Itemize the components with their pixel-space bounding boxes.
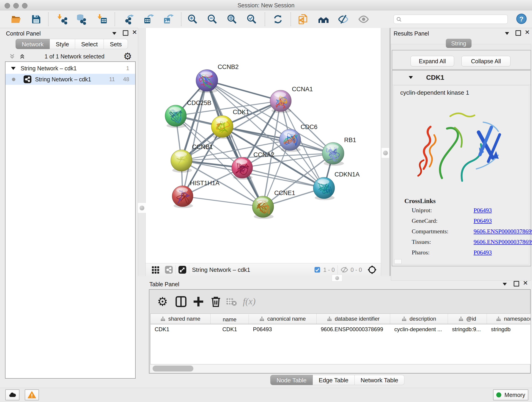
delete-column-trash-icon[interactable] bbox=[209, 295, 222, 308]
export-image-icon[interactable] bbox=[163, 14, 174, 25]
crosslink-value-link[interactable]: P06493 bbox=[474, 249, 492, 256]
network-node[interactable] bbox=[279, 129, 301, 152]
memory-button[interactable]: Memory bbox=[493, 389, 528, 400]
network-node[interactable] bbox=[165, 105, 186, 128]
scrollbar-thumb[interactable] bbox=[152, 366, 193, 371]
import-network-from-file-icon[interactable] bbox=[57, 14, 68, 25]
column-header[interactable]: database identifier bbox=[317, 314, 390, 324]
collapse-all-button[interactable]: Collapse All bbox=[462, 56, 510, 66]
table-panel-menu-icon[interactable] bbox=[503, 283, 507, 286]
column-header[interactable]: canonical name bbox=[249, 314, 317, 324]
network-node[interactable] bbox=[252, 196, 274, 219]
network-node[interactable] bbox=[171, 150, 192, 172]
table-panel-close-icon[interactable]: ✕ bbox=[523, 281, 528, 285]
expand-all-networks-icon[interactable] bbox=[19, 53, 26, 60]
control-panel-menu-icon[interactable] bbox=[112, 32, 116, 35]
tab-edge-table[interactable]: Edge Table bbox=[313, 375, 355, 385]
network-view-type-icon[interactable] bbox=[165, 266, 173, 274]
network-node[interactable] bbox=[232, 157, 253, 180]
warnings-button[interactable] bbox=[25, 389, 39, 400]
network-options-gear-icon[interactable]: ⚙ bbox=[123, 52, 132, 61]
network-edge[interactable] bbox=[183, 196, 263, 207]
zoom-fit-icon[interactable] bbox=[226, 14, 237, 25]
cloud-status-button[interactable] bbox=[5, 389, 19, 400]
node-table-row[interactable]: CDK1CDK1P064939606.ENSP00000378699cyclin… bbox=[151, 324, 531, 334]
table-panel-float-icon[interactable] bbox=[514, 281, 519, 287]
control-panel-float-icon[interactable] bbox=[123, 30, 128, 36]
cdk1-disclosure-icon[interactable] bbox=[409, 76, 413, 79]
network-node[interactable] bbox=[270, 90, 291, 113]
import-network-from-database-icon[interactable] bbox=[76, 14, 87, 25]
help-icon[interactable]: ? bbox=[516, 13, 527, 24]
delete-table-icon[interactable] bbox=[225, 295, 237, 308]
network-node[interactable] bbox=[172, 186, 193, 208]
hidden-eye-icon[interactable] bbox=[341, 266, 348, 274]
control-panel-close-icon[interactable]: ✕ bbox=[132, 30, 137, 34]
column-header[interactable]: name bbox=[210, 314, 249, 325]
table-cell[interactable]: CDK1 bbox=[210, 324, 249, 334]
zoom-in-icon[interactable] bbox=[187, 14, 198, 25]
column-header[interactable]: @id bbox=[448, 314, 487, 324]
save-session-icon[interactable] bbox=[31, 14, 42, 25]
first-neighbors-icon[interactable] bbox=[318, 14, 329, 25]
clone-network-icon[interactable] bbox=[298, 14, 309, 25]
results-panel-menu-icon[interactable] bbox=[505, 32, 509, 35]
column-header[interactable]: namespace bbox=[487, 314, 531, 324]
tab-style[interactable]: Style bbox=[50, 39, 75, 49]
search-input[interactable] bbox=[404, 15, 506, 23]
tab-network-table[interactable]: Network Table bbox=[355, 375, 404, 385]
birdseye-view-icon[interactable] bbox=[178, 266, 186, 274]
crosslink-value-link[interactable]: P06493 bbox=[474, 207, 492, 214]
table-cell[interactable]: CDK1 bbox=[151, 324, 210, 334]
network-edge[interactable] bbox=[207, 80, 263, 207]
right-splitter[interactable] bbox=[381, 28, 390, 276]
table-cell[interactable]: 9606.ENSP00000378699 bbox=[317, 324, 390, 334]
collection-disclosure-icon[interactable] bbox=[11, 67, 16, 70]
crosslink-value-link[interactable]: 9606.ENSP00000378699 bbox=[474, 228, 532, 235]
network-node[interactable] bbox=[322, 142, 344, 166]
show-all-icon[interactable] bbox=[358, 14, 369, 25]
network-node[interactable] bbox=[196, 70, 218, 93]
export-table-icon[interactable] bbox=[143, 14, 154, 25]
table-settings-gear-icon[interactable]: ⚙ bbox=[157, 295, 170, 308]
expand-all-button[interactable]: Expand All bbox=[411, 56, 454, 66]
import-table-from-file-icon[interactable] bbox=[97, 14, 108, 25]
tab-node-table[interactable]: Node Table bbox=[270, 375, 313, 385]
column-header[interactable]: description bbox=[390, 314, 448, 324]
results-tab-string[interactable]: String bbox=[446, 39, 472, 48]
selected-checkbox-icon[interactable] bbox=[314, 267, 321, 273]
network-collection-row[interactable]: String Network – cdk1 1 bbox=[6, 63, 135, 74]
export-network-icon[interactable] bbox=[124, 14, 135, 25]
grid-view-icon[interactable] bbox=[151, 265, 160, 274]
results-panel-close-icon[interactable]: ✕ bbox=[525, 30, 530, 34]
zoom-out-icon[interactable] bbox=[207, 14, 218, 25]
split-view-icon[interactable] bbox=[175, 295, 187, 308]
hide-selected-icon[interactable] bbox=[338, 14, 349, 25]
fit-selected-crosshair-icon[interactable] bbox=[367, 265, 377, 275]
network-edge[interactable] bbox=[183, 80, 207, 196]
string-network-graph[interactable]: CCNB2CCNA1CDC25BCDK1CDC6RB1CCNB1CCNA2CDK… bbox=[146, 28, 381, 263]
crosslink-value-link[interactable]: P06493 bbox=[474, 217, 492, 224]
table-cell[interactable]: stringdb bbox=[487, 324, 531, 334]
cdk1-header-row[interactable]: CDK1 bbox=[392, 70, 531, 85]
add-column-icon[interactable] bbox=[192, 295, 205, 308]
tab-sets[interactable]: Sets bbox=[104, 39, 128, 49]
tab-network[interactable]: Network bbox=[16, 39, 50, 49]
node-table-header[interactable]: shared namenamecanonical namedatabase id… bbox=[151, 314, 531, 324]
node-table[interactable]: shared namenamecanonical namedatabase id… bbox=[150, 313, 531, 364]
table-cell[interactable]: stringdb:9... bbox=[448, 324, 487, 334]
left-splitter[interactable] bbox=[138, 28, 146, 276]
network-node[interactable] bbox=[313, 177, 335, 200]
table-cell[interactable]: cyclin-dependent ... bbox=[390, 324, 448, 334]
search-field[interactable] bbox=[394, 15, 508, 24]
tab-select[interactable]: Select bbox=[75, 39, 104, 49]
open-session-icon[interactable] bbox=[11, 14, 22, 25]
apply-preferred-layout-icon[interactable] bbox=[272, 14, 283, 25]
table-horizontal-scrollbar[interactable] bbox=[150, 364, 530, 373]
results-panel-float-icon[interactable] bbox=[515, 30, 521, 36]
right-splitter-handle[interactable] bbox=[381, 148, 389, 158]
network-canvas[interactable]: CCNB2CCNA1CDC25BCDK1CDC6RB1CCNB1CCNA2CDK… bbox=[146, 28, 381, 263]
crosslink-value-link[interactable]: 9606.ENSP00000378699 bbox=[474, 239, 532, 245]
zoom-selected-icon[interactable] bbox=[246, 14, 257, 25]
network-node[interactable] bbox=[211, 115, 233, 139]
